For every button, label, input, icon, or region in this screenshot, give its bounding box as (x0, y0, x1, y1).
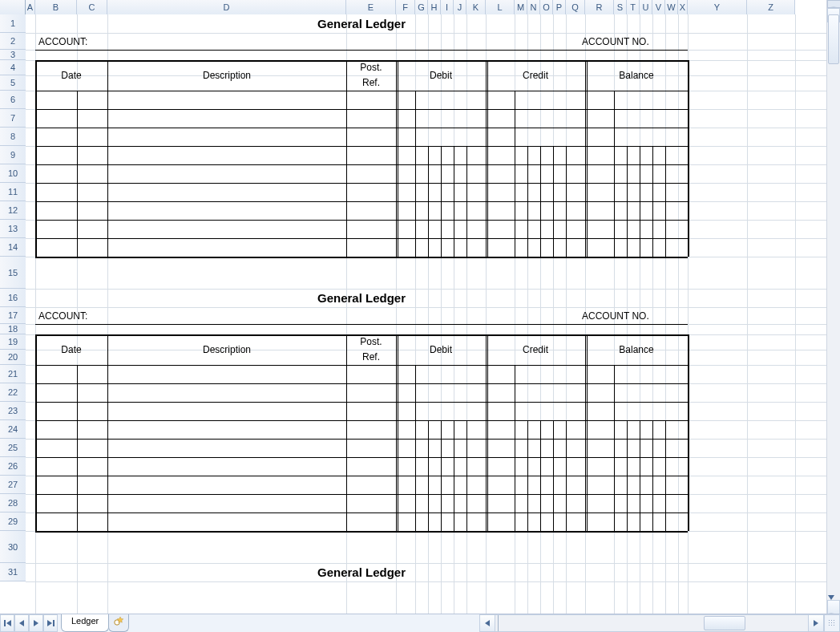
row-header-31[interactable]: 31 (0, 563, 26, 581)
col-header-O[interactable]: O (540, 0, 553, 14)
row-header-1[interactable]: 1 (0, 14, 26, 33)
row-header-18[interactable]: 18 (0, 324, 26, 334)
rule-v (454, 146, 454, 257)
chevron-left-icon (485, 620, 490, 626)
tab-last-button[interactable] (43, 614, 58, 632)
col-header-C[interactable]: C (77, 0, 107, 14)
row-header-17[interactable]: 17 (0, 307, 26, 324)
tab-ledger[interactable]: Ledger (61, 614, 109, 632)
tab-nav (0, 614, 58, 632)
row-header-5[interactable]: 5 (0, 75, 26, 91)
row-header-10[interactable]: 10 (0, 164, 26, 183)
row-header-30[interactable]: 30 (0, 531, 26, 563)
ledger-title: General Ledger (35, 17, 688, 30)
row-header-4[interactable]: 4 (0, 60, 26, 75)
header-balance: Balance (585, 60, 688, 91)
row-header-22[interactable]: 22 (0, 383, 26, 402)
rule-v (77, 91, 78, 257)
col-header-I[interactable]: I (441, 0, 454, 14)
col-header-F[interactable]: F (396, 0, 415, 14)
col-header-U[interactable]: U (640, 0, 652, 14)
row-header-19[interactable]: 19 (0, 334, 26, 350)
row-headers: 1234567891011121314151617181920212223242… (0, 14, 26, 614)
col-header-E[interactable]: E (346, 0, 396, 14)
row-header-9[interactable]: 9 (0, 146, 26, 164)
row-header-29[interactable]: 29 (0, 512, 26, 531)
row-header-21[interactable]: 21 (0, 365, 26, 383)
col-header-Z[interactable]: Z (747, 0, 795, 14)
row-header-13[interactable]: 13 (0, 220, 26, 238)
col-header-K[interactable]: K (466, 0, 486, 14)
row-header-3[interactable]: 3 (0, 50, 26, 60)
rule-h (35, 439, 688, 440)
rule-v (466, 420, 467, 531)
scroll-down-button[interactable] (827, 600, 840, 614)
header-postref-2: Ref. (346, 75, 396, 91)
sheet-tabs: Ledger (58, 614, 128, 632)
row-header-15[interactable]: 15 (0, 257, 26, 289)
rule-v (566, 420, 567, 531)
col-header-J[interactable]: J (454, 0, 466, 14)
row-header-7[interactable]: 7 (0, 109, 26, 128)
col-header-G[interactable]: G (415, 0, 428, 14)
scroll-left-button[interactable] (479, 614, 495, 632)
col-header-D[interactable]: D (107, 0, 346, 14)
col-header-M[interactable]: M (515, 0, 527, 14)
rule-v (415, 91, 416, 257)
col-header-S[interactable]: S (614, 0, 627, 14)
row-header-8[interactable]: 8 (0, 128, 26, 146)
col-header-V[interactable]: V (652, 0, 665, 14)
tab-next-button[interactable] (29, 614, 43, 632)
sheet-grid[interactable]: General LedgerACCOUNT:ACCOUNT NO.DateDes… (26, 14, 827, 614)
scroll-right-button[interactable] (808, 614, 824, 632)
rule-h (35, 383, 688, 384)
hscroll-track[interactable] (495, 614, 808, 632)
vertical-scrollbar[interactable] (826, 0, 840, 614)
col-header-L[interactable]: L (486, 0, 515, 14)
col-header-H[interactable]: H (428, 0, 441, 14)
col-header-T[interactable]: T (627, 0, 640, 14)
vscroll-thumb[interactable] (828, 14, 839, 64)
row-header-27[interactable]: 27 (0, 476, 26, 494)
row-header-26[interactable]: 26 (0, 457, 26, 476)
col-header-Y[interactable]: Y (688, 0, 747, 14)
horizontal-scrollbar[interactable] (479, 614, 824, 632)
resize-gripper[interactable] (824, 614, 840, 632)
header-postref-2: Ref. (346, 350, 396, 365)
row-header-28[interactable]: 28 (0, 494, 26, 512)
rule-v (665, 420, 666, 531)
tab-first-button[interactable] (0, 614, 14, 632)
vscroll-track[interactable] (827, 13, 840, 602)
row-header-23[interactable]: 23 (0, 402, 26, 420)
row-header-20[interactable]: 20 (0, 350, 26, 365)
col-header-A[interactable]: A (26, 0, 35, 14)
rule-v (466, 146, 467, 257)
rule-h (35, 531, 688, 532)
col-header-Q[interactable]: Q (566, 0, 585, 14)
select-all-corner[interactable] (0, 0, 26, 14)
hscroll-thumb[interactable] (704, 616, 745, 630)
header-postref-1: Post. (346, 60, 396, 75)
row-header-6[interactable]: 6 (0, 91, 26, 109)
tab-prev-button[interactable] (14, 614, 29, 632)
rule-v (665, 146, 666, 257)
ledger-title: General Ledger (35, 565, 688, 579)
col-header-P[interactable]: P (553, 0, 566, 14)
row-header-25[interactable]: 25 (0, 439, 26, 457)
row-header-24[interactable]: 24 (0, 420, 26, 439)
first-icon (6, 620, 11, 626)
col-header-W[interactable]: W (665, 0, 678, 14)
row-header-16[interactable]: 16 (0, 289, 26, 307)
rule-v (688, 334, 689, 531)
col-header-N[interactable]: N (527, 0, 540, 14)
row-header-14[interactable]: 14 (0, 238, 26, 257)
row-header-2[interactable]: 2 (0, 33, 26, 50)
col-header-R[interactable]: R (585, 0, 614, 14)
row-header-11[interactable]: 11 (0, 183, 26, 201)
row-header-12[interactable]: 12 (0, 201, 26, 220)
tab-new[interactable] (108, 614, 129, 632)
col-header-B[interactable]: B (35, 0, 77, 14)
col-header-X[interactable]: X (678, 0, 688, 14)
rule-h (35, 128, 688, 128)
header-credit: Credit (486, 60, 585, 91)
